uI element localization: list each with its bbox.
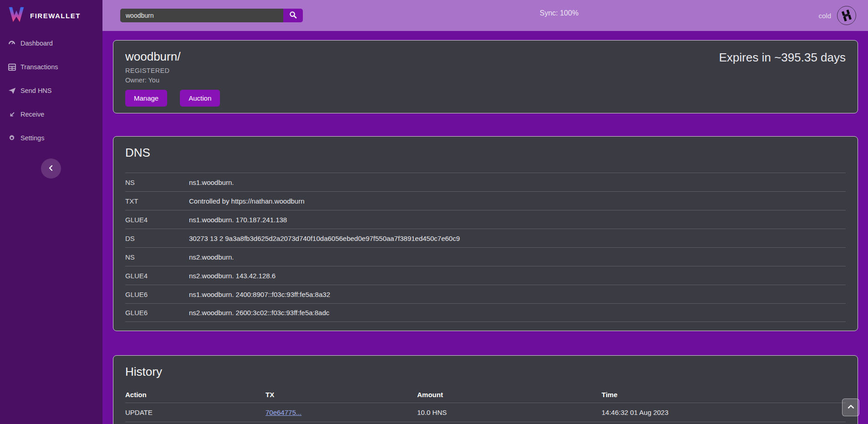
sidebar-item-receive[interactable]: Receive bbox=[0, 102, 102, 126]
wallet-selector[interactable]: cold bbox=[818, 0, 856, 31]
history-col-time: Time bbox=[602, 391, 846, 398]
sidebar-collapse-button[interactable] bbox=[41, 158, 61, 179]
sync-status: Sync: 100% bbox=[540, 9, 578, 17]
history-row: UPDATE 70e64775... 10.0 HNS 14:46:32 01 … bbox=[125, 403, 846, 422]
wallet-name-label: cold bbox=[818, 12, 831, 20]
sidebar-item-transactions[interactable]: Transactions bbox=[0, 55, 102, 79]
tx-link[interactable]: 70e64775... bbox=[266, 409, 301, 416]
sidebar-item-label: Send HNS bbox=[20, 87, 52, 94]
dns-record-type: NS bbox=[125, 179, 189, 186]
dns-record-value: ns2.woodburn. 143.42.128.6 bbox=[189, 272, 276, 280]
dns-record-value: ns2.woodburn. 2600:3c02::f03c:93ff:fe5a:… bbox=[189, 309, 329, 317]
dns-record-type: TXT bbox=[125, 197, 189, 205]
sidebar-item-label: Settings bbox=[20, 134, 44, 142]
dns-record-type: GLUE4 bbox=[125, 216, 189, 224]
sidebar-item-label: Receive bbox=[20, 111, 44, 118]
dns-record-row: GLUE4 ns2.woodburn. 143.42.128.6 bbox=[125, 266, 846, 285]
dns-record-value: ns1.woodburn. bbox=[189, 179, 234, 186]
firewallet-app: FIREWALLET Dashboard Transactions Send H… bbox=[0, 0, 868, 424]
table-icon bbox=[8, 63, 16, 71]
history-time: 14:46:32 01 Aug 2023 bbox=[602, 409, 846, 416]
dns-card: DNS NS ns1.woodburn. TXT Controlled by h… bbox=[113, 136, 858, 331]
sidebar: FIREWALLET Dashboard Transactions Send H… bbox=[0, 0, 102, 424]
dns-table: NS ns1.woodburn. TXT Controlled by https… bbox=[125, 173, 846, 322]
history-table: Action TX Amount Time UPDATE 70e64775...… bbox=[125, 386, 846, 424]
dns-record-row: GLUE6 ns1.woodburn. 2400:8907::f03c:93ff… bbox=[125, 285, 846, 303]
dns-record-type: NS bbox=[125, 253, 189, 261]
history-header-row: Action TX Amount Time bbox=[125, 386, 846, 403]
history-col-action: Action bbox=[125, 391, 266, 398]
search-input[interactable] bbox=[120, 9, 283, 22]
paper-plane-icon bbox=[8, 87, 16, 95]
dns-record-value: ns2.woodburn. bbox=[189, 253, 234, 261]
brand: FIREWALLET bbox=[0, 0, 102, 31]
history-action: UPDATE bbox=[125, 409, 266, 416]
dns-record-row: NS ns1.woodburn. bbox=[125, 173, 846, 191]
domain-expiry: Expires in ~395.35 days bbox=[719, 51, 846, 65]
dns-record-row: TXT Controlled by https://nathan.woodbur… bbox=[125, 191, 846, 210]
dns-record-row: DS 30273 13 2 9a3a8fb3d625d2a2073d740f10… bbox=[125, 229, 846, 247]
dns-record-type: DS bbox=[125, 235, 189, 242]
sidebar-item-settings[interactable]: Settings bbox=[0, 126, 102, 150]
chevron-up-icon bbox=[848, 404, 854, 412]
search-icon bbox=[289, 11, 297, 20]
history-amount: 10.0 HNS bbox=[417, 409, 602, 416]
domain-card: woodburn/ REGISTERED Owner: You Manage A… bbox=[113, 40, 858, 113]
dns-record-type: GLUE6 bbox=[125, 291, 189, 298]
history-col-tx: TX bbox=[266, 391, 417, 398]
auction-button[interactable]: Auction bbox=[180, 90, 220, 107]
history-row: RENEW 472b8c1... 10.0 HNS 15:45:36 07 Ju… bbox=[125, 422, 846, 424]
sidebar-item-send-hns[interactable]: Send HNS bbox=[0, 79, 102, 102]
search-bar bbox=[120, 9, 303, 22]
dns-record-row: GLUE4 ns1.woodburn. 170.187.241.138 bbox=[125, 210, 846, 229]
dns-record-value: ns1.woodburn. 170.187.241.138 bbox=[189, 216, 287, 224]
history-card: History Action TX Amount Time UPDATE 70e… bbox=[113, 355, 858, 424]
domain-owner: Owner: You bbox=[125, 77, 846, 84]
dns-record-row: NS ns2.woodburn. bbox=[125, 247, 846, 266]
scroll-to-top-button[interactable] bbox=[842, 398, 859, 416]
gear-icon bbox=[8, 134, 16, 142]
dns-record-type: GLUE6 bbox=[125, 309, 189, 317]
arrow-down-left-icon bbox=[8, 110, 16, 118]
sidebar-item-dashboard[interactable]: Dashboard bbox=[0, 31, 102, 55]
sidebar-nav: Dashboard Transactions Send HNS Receive bbox=[0, 31, 102, 150]
history-col-amount: Amount bbox=[417, 391, 602, 398]
dns-record-value: 30273 13 2 9a3a8fb3d625d2a2073d740f10da6… bbox=[189, 235, 460, 242]
sidebar-item-label: Dashboard bbox=[20, 40, 53, 47]
history-card-title: History bbox=[125, 365, 846, 379]
manage-button[interactable]: Manage bbox=[125, 90, 167, 107]
search-button[interactable] bbox=[283, 9, 303, 22]
dns-record-value: ns1.woodburn. 2400:8907::f03c:93ff:fe5a:… bbox=[189, 291, 330, 298]
chevron-left-icon bbox=[48, 165, 54, 173]
dns-record-row: GLUE6 ns2.woodburn. 2600:3c02::f03c:93ff… bbox=[125, 303, 846, 322]
app-title: FIREWALLET bbox=[30, 12, 81, 20]
topbar: Sync: 100% cold bbox=[102, 0, 868, 31]
firewallet-logo-icon bbox=[7, 5, 26, 26]
domain-status: REGISTERED bbox=[125, 67, 846, 74]
dns-record-value: Controlled by https://nathan.woodburn bbox=[189, 197, 305, 205]
dns-card-title: DNS bbox=[125, 146, 846, 160]
sidebar-item-label: Transactions bbox=[20, 63, 58, 71]
dns-record-type: GLUE4 bbox=[125, 272, 189, 280]
dashboard-icon bbox=[8, 39, 16, 47]
handshake-logo-icon bbox=[837, 6, 856, 25]
